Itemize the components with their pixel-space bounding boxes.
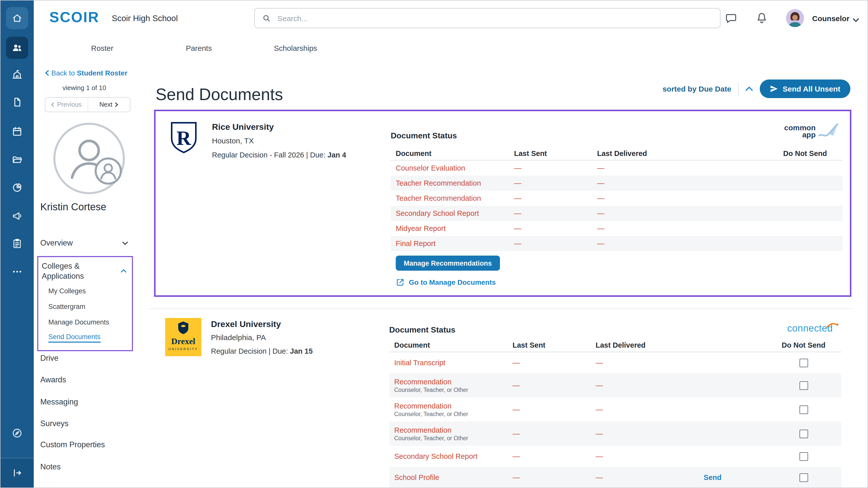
next-student-button[interactable]: Next: [88, 98, 130, 112]
last-sent-value: —: [514, 209, 597, 217]
clipboard-icon[interactable]: [6, 232, 28, 255]
calendar-icon[interactable]: [6, 120, 28, 142]
document-subtext: Counselor, Teacher, or Other: [394, 411, 513, 417]
do-not-send-checkbox[interactable]: [799, 358, 808, 367]
pie-chart-icon[interactable]: [6, 176, 28, 199]
sidebar-item-colleges-applications[interactable]: Colleges & Applications: [42, 261, 107, 281]
sidebar-item-surveys[interactable]: Surveys: [40, 419, 68, 428]
search-icon: [262, 13, 271, 23]
messages-icon[interactable]: [724, 11, 738, 27]
do-not-send-checkbox[interactable]: [799, 381, 808, 390]
manage-recommendations-button[interactable]: Manage Recommendations: [396, 256, 500, 271]
sidebar-item-awards[interactable]: Awards: [40, 375, 66, 384]
viewing-counter: viewing 1 of 10: [34, 84, 135, 92]
sidebar-item-scattergram[interactable]: Scattergram: [48, 303, 85, 311]
page-title: Send Documents: [156, 85, 283, 104]
do-not-send-checkbox[interactable]: [799, 473, 808, 482]
compass-icon[interactable]: [6, 422, 28, 444]
sidebar-item-custom-properties[interactable]: Custom Properties: [40, 440, 105, 449]
last-delivered-cell: — Send: [596, 474, 766, 482]
document-row: Recommendation Counselor, Teacher, or Ot…: [389, 397, 841, 422]
last-delivered-value: —: [596, 359, 603, 367]
profile-role-label[interactable]: Counselor: [812, 14, 849, 23]
document-link[interactable]: School Profile: [394, 474, 439, 482]
document-link[interactable]: Teacher Recommendation: [396, 194, 481, 202]
document-row: Teacher Recommendation — —: [391, 175, 843, 191]
sort-direction-chevron-up-icon[interactable]: [745, 86, 753, 92]
send-row-button[interactable]: Send: [704, 474, 721, 482]
back-to-roster-link[interactable]: Back to Student Roster: [45, 69, 127, 77]
document-link[interactable]: Midyear Report: [396, 224, 445, 232]
send-all-unsent-button[interactable]: Send All Unsent: [760, 79, 850, 98]
document-rows: Counselor Evaluation — — Teacher Recomme…: [391, 161, 843, 251]
go-to-manage-documents-label: Go to Manage Documents: [409, 278, 496, 286]
svg-text:Drexel: Drexel: [171, 336, 195, 346]
sidebar-item-send-documents-active[interactable]: Send Documents: [48, 333, 100, 343]
document-icon[interactable]: [6, 91, 28, 113]
last-delivered-value: —: [596, 474, 603, 482]
svg-text:UNIVERSITY: UNIVERSITY: [168, 347, 198, 351]
chevron-up-icon[interactable]: [120, 266, 127, 275]
sidebar-item-overview[interactable]: Overview: [40, 237, 128, 249]
sidebar-item-notes[interactable]: Notes: [40, 462, 61, 471]
sorted-by-label[interactable]: sorted by Due Date: [662, 85, 731, 93]
due-date: Jan 15: [290, 347, 313, 355]
last-sent-value: —: [514, 164, 597, 172]
last-delivered-cell: —: [596, 381, 766, 389]
last-delivered-cell: —: [597, 179, 767, 187]
school-icon[interactable]: [6, 63, 28, 86]
do-not-send-cell: [766, 381, 841, 390]
next-label: Next: [99, 101, 112, 108]
back-prefix: Back to: [51, 69, 75, 77]
notifications-icon[interactable]: [755, 11, 768, 27]
document-link[interactable]: Final Report: [396, 239, 435, 248]
document-status-heading: Document Status: [389, 325, 456, 334]
home-icon[interactable]: [6, 7, 28, 29]
last-sent-value: —: [514, 239, 597, 248]
tab-parents[interactable]: Parents: [186, 44, 212, 52]
college-location: Philadelphia, PA: [211, 333, 266, 341]
paper-plane-icon: [770, 85, 778, 93]
megaphone-icon[interactable]: [6, 205, 28, 227]
document-link[interactable]: Recommendation: [394, 378, 452, 386]
sidebar-item-manage-documents[interactable]: Manage Documents: [48, 319, 109, 326]
document-row: Counselor Evaluation — —: [391, 161, 843, 175]
sidebar-item-my-colleges[interactable]: My Colleges: [48, 287, 86, 295]
document-link[interactable]: Recommendation: [394, 426, 452, 434]
counselor-avatar[interactable]: [786, 9, 804, 27]
column-header-do-not-send: Do Not Send: [767, 149, 843, 157]
document-link[interactable]: Counselor Evaluation: [396, 164, 465, 172]
folder-icon[interactable]: [6, 149, 28, 170]
document-row: Recommendation Counselor, Teacher, or Ot…: [389, 422, 841, 446]
tab-scholarships[interactable]: Scholarships: [274, 44, 317, 52]
collapse-icon[interactable]: [0, 458, 34, 488]
document-rows: Initial Transcript — — Recommendation Co…: [389, 352, 841, 488]
last-sent-value: —: [514, 194, 597, 202]
document-cell: Midyear Report: [391, 224, 514, 232]
do-not-send-checkbox[interactable]: [799, 405, 808, 414]
document-link[interactable]: Secondary School Report: [394, 452, 477, 460]
college-card-drexel: Drexel UNIVERSITY Drexel University Phil…: [149, 308, 851, 488]
sidebar-item-messaging[interactable]: Messaging: [40, 397, 78, 406]
previous-student-button[interactable]: Previous: [45, 98, 88, 112]
last-delivered-cell: —: [597, 164, 767, 172]
profile-chevron-down-icon[interactable]: [852, 15, 860, 25]
last-sent-value: —: [513, 474, 596, 482]
tab-roster[interactable]: Roster: [91, 44, 113, 52]
sidebar-item-drive[interactable]: Drive: [40, 354, 58, 363]
document-row: Final Report — —: [391, 236, 843, 251]
go-to-manage-documents-link[interactable]: Go to Manage Documents: [396, 278, 496, 287]
column-header-do-not-send: Do Not Send: [766, 341, 841, 349]
document-link[interactable]: Secondary School Report: [396, 209, 479, 217]
document-link[interactable]: Initial Transcript: [394, 359, 445, 367]
divider: [738, 82, 738, 95]
document-link[interactable]: Recommendation: [394, 402, 452, 410]
search-input[interactable]: [276, 13, 720, 23]
do-not-send-checkbox[interactable]: [799, 452, 808, 461]
students-icon[interactable]: [6, 37, 28, 59]
search-box[interactable]: [254, 8, 720, 28]
external-link-icon: [396, 278, 405, 287]
do-not-send-checkbox[interactable]: [799, 429, 808, 438]
ellipsis-icon[interactable]: [6, 261, 28, 283]
document-link[interactable]: Teacher Recommendation: [396, 179, 481, 187]
